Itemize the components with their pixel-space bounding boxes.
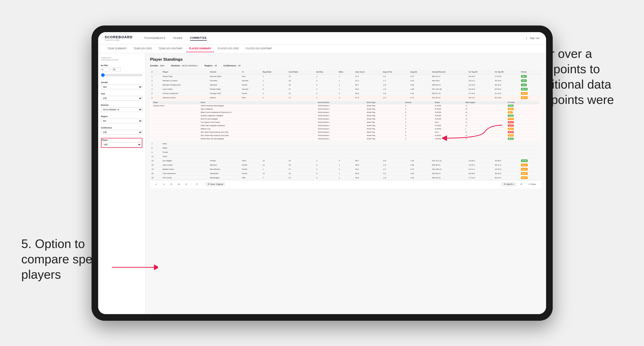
col-no-rds: No Rds. bbox=[315, 70, 337, 74]
points-badge[interactable]: 38.95 bbox=[521, 172, 528, 175]
table-row: 8Matts bbox=[150, 146, 541, 150]
sidebar-conference-select[interactable]: (All) bbox=[101, 130, 142, 135]
sidebar-division-section: Division NCAA Division I ▾ bbox=[101, 104, 142, 112]
clock-button[interactable]: ⏱ bbox=[194, 182, 199, 186]
points-badge-highlighted[interactable]: 58.18 bbox=[521, 96, 528, 99]
table-row: 3Michael ThorbjornsenStanfordFourth 1200… bbox=[150, 83, 541, 87]
w-points-badge[interactable]: 57.57 bbox=[508, 118, 514, 120]
w-points-badge[interactable]: 56.18 bbox=[508, 134, 514, 137]
delete-button[interactable]: ✕ bbox=[184, 182, 188, 186]
sub-table-row: Wake Forest Invitational at Pinehurst No… bbox=[152, 111, 540, 114]
points-badge[interactable]: 60.49 bbox=[521, 92, 528, 95]
copy-button[interactable]: ⧉ bbox=[177, 182, 181, 186]
table-row: 21Tachi bbox=[150, 154, 541, 159]
tab-player-summary[interactable]: PLAYER SUMMARY bbox=[186, 45, 214, 52]
points-badge[interactable]: 40.02 bbox=[521, 168, 528, 171]
tab-team-h2h-grid[interactable]: TEAM H2H GRID bbox=[130, 45, 155, 52]
annotation-arrow-left bbox=[111, 264, 158, 271]
redo-button[interactable]: ↪ bbox=[162, 182, 166, 186]
logo-text: SCOREBOARD bbox=[105, 35, 133, 39]
reset-button[interactable]: ⟳ bbox=[169, 182, 174, 186]
w-points-badge[interactable]: 73.23 bbox=[508, 115, 514, 117]
col-overall-record: Overall Record bbox=[430, 70, 467, 74]
sidebar-division-select[interactable]: NCAA Division I ▾ bbox=[101, 107, 142, 112]
download-button[interactable]: ⬇ bbox=[519, 182, 524, 186]
w-points-badge[interactable]: 46.7 bbox=[508, 111, 513, 113]
annotation-arrow-right bbox=[442, 123, 503, 142]
points-badge[interactable]: 76.2 bbox=[521, 79, 527, 82]
tab-team-summary[interactable]: TEAM SUMMARY bbox=[105, 45, 130, 52]
tablet-screen: SCOREBOARD Powered by clippi TOURNAMENTS… bbox=[98, 32, 546, 314]
sidebar-gender-select[interactable]: Men Women bbox=[101, 85, 142, 89]
sub-table-row: Amer An IntercollegiateNCAA Division ISt… bbox=[152, 117, 540, 120]
w-points-badge[interactable]: 16.50 bbox=[508, 125, 514, 127]
sidebar-year-section: Year (All) bbox=[101, 93, 142, 101]
sub-table-header: Player Event Event Division Event Type R… bbox=[152, 101, 540, 104]
col-player: Player bbox=[161, 70, 208, 74]
tab-player-h2h-heatmap[interactable]: PLAYER H2H HEATMAP bbox=[243, 45, 275, 52]
filter-division: Division: NCAA Division I bbox=[171, 64, 198, 67]
filter-conference-label: Conference: bbox=[224, 64, 236, 67]
undo-button[interactable]: ↩ bbox=[154, 182, 159, 186]
sidebar-region-label: Region bbox=[101, 115, 142, 118]
sign-out-link[interactable]: Sign out bbox=[530, 37, 539, 39]
points-badge[interactable]: 80.58 bbox=[521, 160, 528, 162]
w-points-badge[interactable]: 53.60 bbox=[508, 108, 514, 110]
toolbar-divider bbox=[191, 182, 192, 186]
points-badge[interactable]: 68.34 bbox=[521, 88, 528, 90]
nav-tournaments[interactable]: TOURNAMENTS bbox=[144, 36, 165, 40]
filter-region: Region: All bbox=[204, 64, 217, 67]
sidebar-no-rds-max-input[interactable] bbox=[112, 68, 120, 71]
share-button[interactable]: ↗ Share bbox=[526, 182, 538, 186]
w-points-badge[interactable]: 30.47 bbox=[508, 128, 514, 130]
points-badge[interactable]: 70.2 bbox=[521, 84, 527, 86]
col-points: Points bbox=[520, 70, 541, 74]
w-points-badge[interactable]: 63.64 bbox=[508, 105, 514, 107]
col-school: School bbox=[208, 70, 240, 74]
sub-table-row: Southern Highlands CollegiateNCAA Divisi… bbox=[152, 114, 540, 117]
sidebar-year-label: Year bbox=[101, 93, 142, 95]
col-to-par: Avg to Par bbox=[381, 70, 409, 74]
table-row: 9Presto bbox=[150, 150, 541, 154]
nav-committee[interactable]: COMMITTEE bbox=[190, 35, 207, 41]
w-points-badge[interactable]: 25.38 bbox=[508, 131, 514, 133]
filter-region-label: Region: bbox=[204, 64, 213, 67]
logo-sub: Powered by clippi bbox=[105, 39, 133, 41]
points-badge[interactable]: 88.2 bbox=[521, 75, 527, 78]
sub-nav: TEAM SUMMARY TEAM H2H GRID TEAM H2H HEAT… bbox=[98, 44, 546, 53]
bottom-toolbar: ↩ ↪ ⟳ ⧉ ✕ ⏱ 👁 View: Original 👁 Watch ▾ ⬇… bbox=[150, 180, 541, 188]
points-badge[interactable]: 38.49 bbox=[521, 176, 528, 179]
sidebar-player-label: Player bbox=[102, 139, 142, 141]
table-row: 22Ian GilliganFloridaThird 102410 68.7-0… bbox=[150, 159, 541, 163]
table-row: 25Cole SherwoodVanderbiltFourth 122401 6… bbox=[150, 171, 541, 175]
watch-button[interactable]: 👁 Watch ▾ bbox=[502, 182, 516, 186]
top-nav: SCOREBOARD Powered by clippi TOURNAMENTS… bbox=[98, 32, 546, 44]
sidebar-region-select[interactable]: N/A bbox=[101, 119, 142, 123]
tab-team-h2h-heatmap[interactable]: TEAM H2H HEATMAP bbox=[156, 45, 185, 52]
sidebar-gender-section: Gender Men Women bbox=[101, 81, 142, 89]
sidebar-player-select[interactable]: (All) bbox=[102, 142, 142, 147]
col-vs25: Vs Top 25 bbox=[467, 70, 493, 74]
sidebar-year-select[interactable]: (All) bbox=[101, 96, 142, 101]
filter-conference-value: All bbox=[238, 64, 240, 67]
filter-row: Gender: Men Division: NCAA Division I Re… bbox=[150, 64, 541, 67]
nav-teams[interactable]: TEAMS bbox=[173, 36, 182, 40]
sidebar-no-rds-slider[interactable] bbox=[101, 73, 142, 77]
sidebar-region-section: Region N/A bbox=[101, 115, 142, 123]
sidebar-conference-label: Conference bbox=[101, 127, 142, 129]
filter-gender: Gender: Men bbox=[150, 64, 164, 67]
tab-player-h2h-grid[interactable]: PLAYER H2H GRID bbox=[215, 45, 242, 52]
nav-pipe: | bbox=[526, 37, 527, 39]
view-original-button[interactable]: 👁 View: Original bbox=[205, 182, 226, 186]
w-points-badge[interactable]: 66.40 bbox=[508, 138, 514, 140]
tablet-frame: SCOREBOARD Powered by clippi TOURNAMENTS… bbox=[92, 25, 553, 321]
table-row: 4Luke ClatonFlorida StateSecond 52721 68… bbox=[150, 87, 541, 91]
sidebar-update-time: Update time: 27/01/2024 16:56:26 bbox=[101, 57, 142, 61]
filter-region-value: All bbox=[214, 64, 217, 67]
points-badge[interactable]: 60.27 bbox=[521, 164, 528, 166]
w-points-badge[interactable]: 24.11 bbox=[508, 121, 514, 123]
col-yr: Yr bbox=[240, 70, 261, 74]
sidebar-no-rds-label: No Rds. bbox=[101, 64, 142, 67]
sidebar-no-rds-dash: - bbox=[110, 68, 111, 71]
sidebar-no-rds-min-input[interactable] bbox=[101, 68, 110, 71]
